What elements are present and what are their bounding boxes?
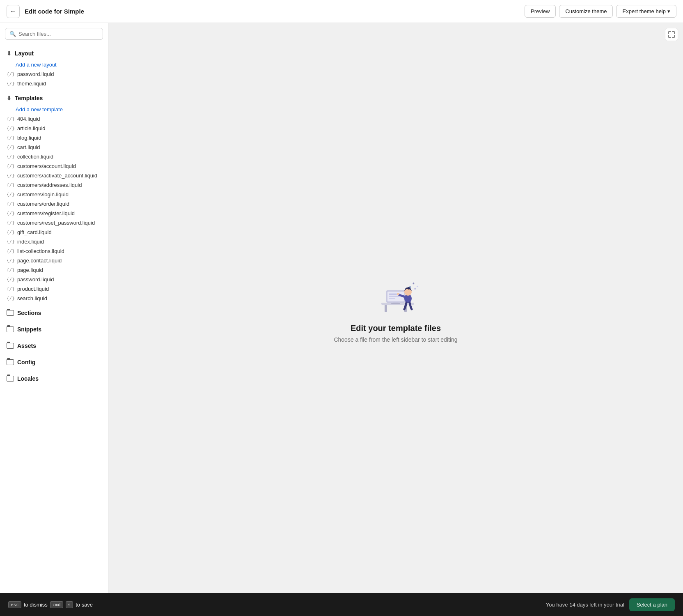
illustration-svg: ✦ ✦ ✦ xyxy=(369,273,422,314)
s-key: s xyxy=(66,601,73,608)
footer-bar: esc to dismiss cmd s to save You have 14… xyxy=(0,593,683,616)
svg-rect-4 xyxy=(391,303,400,304)
svg-rect-9 xyxy=(389,298,395,299)
folder-icon xyxy=(7,343,14,349)
template-file-customers-register[interactable]: {/}customers/register.liquid xyxy=(0,209,108,218)
sidebar: 🔍 ⬇ Layout Add a new layout {/} password… xyxy=(0,23,108,593)
liquid-icon: {/} xyxy=(7,192,15,197)
liquid-icon: {/} xyxy=(7,267,15,273)
search-box: 🔍 xyxy=(0,23,108,45)
liquid-icon: {/} xyxy=(7,173,15,178)
search-input[interactable] xyxy=(18,31,99,37)
liquid-icon: {/} xyxy=(7,71,15,77)
template-file-cart[interactable]: {/}cart.liquid xyxy=(0,143,108,152)
svg-point-14 xyxy=(397,293,399,295)
template-file-article[interactable]: {/}article.liquid xyxy=(0,124,108,133)
snippets-header[interactable]: Snippets xyxy=(0,323,108,336)
liquid-icon: {/} xyxy=(7,182,15,188)
liquid-icon: {/} xyxy=(7,145,15,150)
liquid-icon: {/} xyxy=(7,220,15,225)
liquid-icon: {/} xyxy=(7,81,15,86)
back-button[interactable]: ← xyxy=(7,5,20,18)
search-input-wrap: 🔍 xyxy=(5,28,103,40)
template-file-customers-activate[interactable]: {/}customers/activate_account.liquid xyxy=(0,171,108,180)
liquid-icon: {/} xyxy=(7,258,15,263)
liquid-icon: {/} xyxy=(7,126,15,131)
svg-rect-7 xyxy=(389,294,397,294)
empty-state-subtitle: Choose a file from the left sidebar to s… xyxy=(334,336,457,343)
template-file-page-contact[interactable]: {/}page.contact.liquid xyxy=(0,256,108,265)
sections-header[interactable]: Sections xyxy=(0,306,108,319)
layout-section: ⬇ Layout Add a new layout {/} password.l… xyxy=(0,45,108,90)
template-file-customers-addresses[interactable]: {/}customers/addresses.liquid xyxy=(0,180,108,190)
save-label: to save xyxy=(76,602,93,608)
config-header[interactable]: Config xyxy=(0,356,108,369)
assets-header[interactable]: Assets xyxy=(0,339,108,352)
sections-section: Sections xyxy=(0,305,108,321)
footer-trial: You have 14 days left in your trial Sele… xyxy=(546,598,675,611)
content-area: ✦ ✦ ✦ Edit your template files Choose a … xyxy=(108,23,683,593)
cmd-key: cmd xyxy=(50,601,63,608)
liquid-icon: {/} xyxy=(7,286,15,292)
template-file-product[interactable]: {/}product.liquid xyxy=(0,284,108,294)
add-new-layout-link[interactable]: Add a new layout xyxy=(0,60,108,69)
liquid-icon: {/} xyxy=(7,163,15,169)
template-file-customers-account[interactable]: {/}customers/account.liquid xyxy=(0,161,108,171)
esc-key: esc xyxy=(8,601,21,608)
folder-icon xyxy=(7,359,14,365)
layout-section-icon: ⬇ xyxy=(7,50,11,57)
preview-button[interactable]: Preview xyxy=(525,5,556,18)
select-plan-button[interactable]: Select a plan xyxy=(629,598,675,611)
layout-file-password[interactable]: {/} password.liquid xyxy=(0,69,108,79)
folder-icon xyxy=(7,326,14,332)
trial-text: You have 14 days left in your trial xyxy=(546,602,624,608)
empty-state-illustration: ✦ ✦ ✦ xyxy=(334,273,457,315)
template-file-customers-login[interactable]: {/}customers/login.liquid xyxy=(0,190,108,199)
template-file-customers-order[interactable]: {/}customers/order.liquid xyxy=(0,199,108,209)
add-new-template-link[interactable]: Add a new template xyxy=(0,105,108,114)
template-file-page[interactable]: {/}page.liquid xyxy=(0,265,108,275)
template-file-list-collections[interactable]: {/}list-collections.liquid xyxy=(0,246,108,256)
template-file-customers-reset[interactable]: {/}customers/reset_password.liquid xyxy=(0,218,108,228)
template-file-blog[interactable]: {/}blog.liquid xyxy=(0,133,108,143)
template-file-gift-card[interactable]: {/}gift_card.liquid xyxy=(0,228,108,237)
dismiss-label: to dismiss xyxy=(24,602,48,608)
template-file-password[interactable]: {/}password.liquid xyxy=(0,275,108,284)
folder-icon xyxy=(7,376,14,382)
assets-section: Assets xyxy=(0,338,108,354)
svg-text:✦: ✦ xyxy=(416,285,419,288)
layout-section-header[interactable]: ⬇ Layout xyxy=(0,47,108,60)
empty-state: ✦ ✦ ✦ Edit your template files Choose a … xyxy=(317,257,474,359)
svg-text:✦: ✦ xyxy=(412,282,415,285)
liquid-icon: {/} xyxy=(7,201,15,207)
expand-icon xyxy=(668,31,675,38)
liquid-icon: {/} xyxy=(7,248,15,254)
liquid-icon: {/} xyxy=(7,239,15,244)
snippets-section: Snippets xyxy=(0,321,108,338)
svg-rect-1 xyxy=(385,305,387,312)
expand-button[interactable] xyxy=(665,28,678,41)
empty-state-title: Edit your template files xyxy=(334,324,457,333)
templates-section: ⬇ Templates Add a new template {/}404.li… xyxy=(0,90,108,305)
search-icon: 🔍 xyxy=(9,31,16,37)
page-title: Edit code for Simple xyxy=(25,8,520,15)
template-file-search[interactable]: {/}search.liquid xyxy=(0,294,108,303)
config-section: Config xyxy=(0,354,108,370)
liquid-icon: {/} xyxy=(7,154,15,159)
template-file-collection[interactable]: {/}collection.liquid xyxy=(0,152,108,161)
expert-theme-help-button[interactable]: Expert theme help ▾ xyxy=(616,5,676,18)
locales-section: Locales xyxy=(0,370,108,387)
svg-point-13 xyxy=(409,286,411,288)
liquid-icon: {/} xyxy=(7,277,15,282)
template-file-404[interactable]: {/}404.liquid xyxy=(0,114,108,124)
locales-header[interactable]: Locales xyxy=(0,372,108,385)
template-file-index[interactable]: {/}index.liquid xyxy=(0,237,108,246)
header-buttons: Preview Customize theme Expert theme hel… xyxy=(525,5,676,18)
liquid-icon: {/} xyxy=(7,230,15,235)
liquid-icon: {/} xyxy=(7,296,15,301)
layout-file-theme[interactable]: {/} theme.liquid xyxy=(0,79,108,88)
customize-theme-button[interactable]: Customize theme xyxy=(559,5,613,18)
templates-section-header[interactable]: ⬇ Templates xyxy=(0,92,108,105)
liquid-icon: {/} xyxy=(7,116,15,122)
templates-section-icon: ⬇ xyxy=(7,95,11,101)
